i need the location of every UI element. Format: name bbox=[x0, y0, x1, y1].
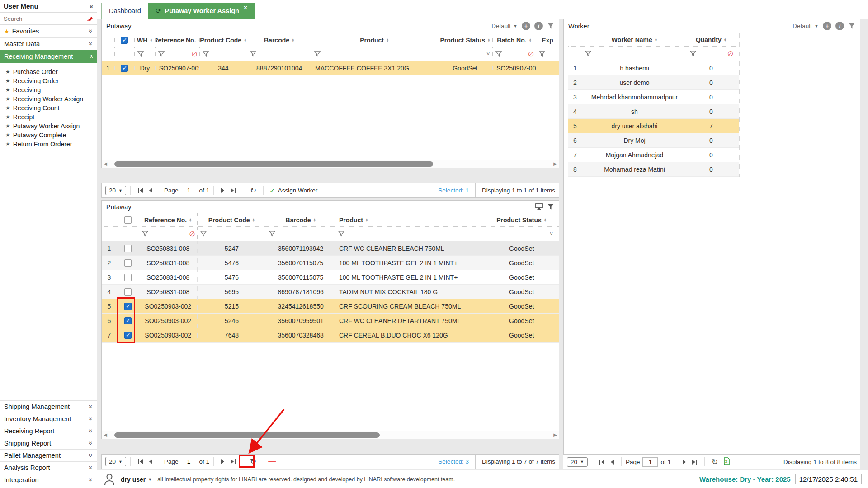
page-number-input[interactable] bbox=[181, 186, 196, 195]
table-row[interactable]: 7 SO0250903-002 7648 3560070328468 CRF C… bbox=[102, 328, 559, 343]
sidebar-item-receiving[interactable]: ★Receiving bbox=[5, 85, 97, 94]
column-header-batch-no[interactable]: Batch No.▲▼ bbox=[492, 33, 536, 47]
view-selector[interactable]: Default▼ bbox=[793, 23, 819, 29]
remove-worker-button[interactable]: — bbox=[265, 457, 278, 466]
column-header-product-code[interactable]: Product Code▲▼ bbox=[199, 33, 247, 47]
column-header-barcode[interactable]: Barcode▲▼ bbox=[266, 213, 335, 226]
filter-icon[interactable] bbox=[690, 51, 696, 56]
prev-page-button[interactable] bbox=[610, 460, 614, 465]
table-row[interactable]: 6 SO0250903-002 5246 3560070959501 CRF W… bbox=[102, 314, 559, 328]
row-checkbox[interactable] bbox=[124, 274, 132, 281]
table-row[interactable]: 1 h hashemi 0 bbox=[568, 61, 739, 75]
filter-icon[interactable] bbox=[314, 51, 321, 57]
export-excel-icon[interactable]: x bbox=[723, 457, 730, 466]
sidebar-section-inventory-management[interactable]: Inventory Management» bbox=[0, 413, 97, 425]
refresh-icon[interactable]: ↻ bbox=[712, 457, 718, 467]
row-checkbox[interactable] bbox=[124, 288, 132, 296]
first-page-button[interactable] bbox=[137, 459, 143, 464]
table-row[interactable]: 6 Dry Moj 0 bbox=[568, 133, 739, 148]
clear-filter-icon[interactable]: ∅ bbox=[528, 50, 534, 58]
prev-page-button[interactable] bbox=[149, 459, 153, 464]
scroll-left-icon[interactable]: ◀ bbox=[102, 432, 109, 437]
column-header-product-code[interactable]: Product Code▲▼ bbox=[197, 213, 266, 226]
page-size-select[interactable]: 20▼ bbox=[105, 457, 126, 466]
sidebar-item-receipt[interactable]: ★Receipt bbox=[5, 113, 97, 122]
column-header-worker-name[interactable]: Worker Name▲▼ bbox=[582, 33, 687, 46]
page-number-input[interactable] bbox=[642, 457, 658, 467]
filter-icon[interactable] bbox=[250, 51, 256, 57]
table-row[interactable]: 3 Mehrdad khanmohammadpour 0 bbox=[568, 90, 739, 104]
scroll-left-icon[interactable]: ◀ bbox=[102, 161, 109, 166]
sidebar-item-receiving-worker-assign[interactable]: ★Receiving Worker Assign bbox=[5, 94, 97, 103]
sidebar-section-receiving-management[interactable]: Receiving Management » bbox=[0, 50, 97, 63]
next-page-button[interactable] bbox=[682, 460, 686, 465]
column-header-quantity[interactable]: Quantity▲▼ bbox=[687, 33, 735, 46]
user-menu-dropdown[interactable]: dry user ▼ bbox=[121, 476, 152, 483]
clear-filter-icon[interactable]: ∅ bbox=[189, 230, 195, 238]
filter-dropdown-icon[interactable]: ˅ bbox=[550, 231, 553, 237]
info-button[interactable]: i bbox=[534, 22, 543, 30]
column-header-product[interactable]: Product▲▼ bbox=[311, 33, 437, 47]
clear-search-icon[interactable] bbox=[86, 15, 93, 22]
table-row[interactable]: 5 dry user alishahi 7 bbox=[568, 119, 739, 133]
refresh-icon[interactable]: ↻ bbox=[250, 186, 256, 195]
page-number-input[interactable] bbox=[181, 457, 196, 466]
table-row[interactable]: 2 SO250831-008 5476 3560070115075 100 ML… bbox=[102, 256, 559, 270]
clear-filter-icon[interactable]: ∅ bbox=[192, 50, 198, 58]
page-size-select[interactable]: 20▼ bbox=[567, 457, 588, 467]
last-page-button[interactable] bbox=[230, 459, 236, 464]
table-row[interactable]: 4 SO250831-008 5695 8690787181096 TADIM … bbox=[102, 285, 559, 299]
filter-icon[interactable] bbox=[269, 231, 275, 237]
table-row[interactable]: 1 SO250831-008 5247 3560071193942 CRF WC… bbox=[102, 241, 559, 256]
filter-dropdown-icon[interactable]: ˅ bbox=[486, 51, 490, 57]
column-header-product-status[interactable]: Product Status▲▼ bbox=[438, 33, 493, 47]
last-page-button[interactable] bbox=[692, 460, 698, 465]
scrollbar-thumb[interactable] bbox=[114, 161, 433, 167]
filter-icon[interactable] bbox=[203, 51, 209, 57]
table-row[interactable]: 7 Mojgan Ahmadnejad 0 bbox=[568, 148, 739, 162]
table-row[interactable]: 2 user demo 0 bbox=[568, 75, 739, 90]
assign-worker-button[interactable]: ✓Assign Worker bbox=[269, 187, 317, 195]
column-header-wh[interactable]: WH▲▼ bbox=[134, 33, 155, 47]
row-checkbox[interactable] bbox=[124, 245, 132, 252]
sidebar-item-return-from-orderer[interactable]: ★Return From Orderer bbox=[5, 140, 97, 149]
sidebar-section-analysis-report[interactable]: Analysis Report» bbox=[0, 462, 97, 474]
column-header-product[interactable]: Product▲▼ bbox=[335, 213, 487, 226]
next-page-button[interactable] bbox=[221, 459, 225, 464]
sidebar-section-favorites[interactable]: ★Favorites » bbox=[0, 25, 97, 38]
sidebar-item-putaway-complete[interactable]: ★Putaway Complete bbox=[5, 131, 97, 140]
column-header-exp[interactable]: Exp bbox=[536, 33, 559, 47]
filter-panel-icon[interactable] bbox=[848, 23, 855, 29]
tab-putaway-worker-assign[interactable]: ⟳ Putaway Worker Assign ✕ bbox=[148, 3, 255, 19]
column-header-reference-no[interactable]: Reference No.▲▼ bbox=[139, 213, 197, 226]
table-row[interactable]: 3 SO250831-008 5476 3560070115075 100 ML… bbox=[102, 270, 559, 285]
filter-panel-icon[interactable] bbox=[547, 203, 554, 210]
filter-icon[interactable] bbox=[585, 51, 591, 56]
tab-refresh-icon[interactable]: ⟳ bbox=[156, 7, 161, 15]
last-page-button[interactable] bbox=[230, 188, 236, 193]
filter-icon[interactable] bbox=[539, 51, 545, 57]
row-checkbox[interactable] bbox=[124, 317, 132, 324]
search-input[interactable] bbox=[4, 15, 83, 22]
view-selector[interactable]: Default▼ bbox=[491, 23, 518, 29]
scrollbar-thumb[interactable] bbox=[114, 432, 380, 438]
row-checkbox[interactable] bbox=[121, 65, 128, 72]
filter-panel-icon[interactable] bbox=[547, 23, 554, 29]
filter-icon[interactable] bbox=[495, 51, 502, 57]
table-row[interactable]: 4 sh 0 bbox=[568, 104, 739, 119]
first-page-button[interactable] bbox=[137, 188, 143, 193]
select-all-checkbox[interactable] bbox=[121, 37, 128, 44]
row-checkbox[interactable] bbox=[124, 303, 132, 310]
add-view-button[interactable]: + bbox=[823, 22, 831, 30]
refresh-icon[interactable]: ↻ bbox=[250, 457, 256, 466]
table-row[interactable]: 1 Dry SO250907-009 344 8887290101004 MAC… bbox=[102, 61, 559, 75]
sidebar-section-receiving-report[interactable]: Receiving Report» bbox=[0, 425, 97, 437]
scroll-right-icon[interactable]: ▶ bbox=[552, 432, 559, 437]
select-all-checkbox[interactable] bbox=[124, 216, 132, 224]
tab-dashboard[interactable]: Dashboard bbox=[101, 3, 149, 19]
tab-close-icon[interactable]: ✕ bbox=[243, 4, 248, 11]
first-page-button[interactable] bbox=[599, 460, 605, 465]
sidebar-item-purchase-order[interactable]: ★Purchase Order bbox=[5, 67, 97, 76]
sidebar-item-putaway-worker-assign[interactable]: ★Putaway Worker Assign bbox=[5, 122, 97, 131]
column-header-reference-no[interactable]: Reference No.▲▼ bbox=[155, 33, 199, 47]
